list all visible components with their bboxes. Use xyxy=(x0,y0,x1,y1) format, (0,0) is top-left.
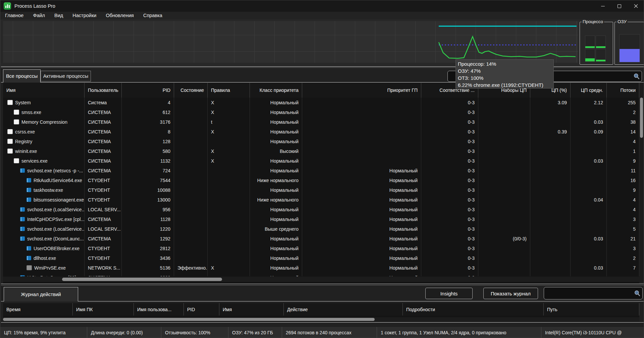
column-header-10[interactable]: ЦП средн. xyxy=(571,83,607,98)
cell: 3436 xyxy=(122,253,174,263)
cell xyxy=(478,195,530,205)
column-header-11[interactable]: Потоки xyxy=(607,83,639,98)
table-row[interactable]: svchost.exe (LocalService...LOCAL SERV..… xyxy=(3,205,639,214)
cell xyxy=(530,234,571,243)
tab-all-processes[interactable]: Все процессы xyxy=(3,69,41,82)
table-row[interactable]: RtkAudUService64.exeCTYDEHT7544Ниже норм… xyxy=(3,175,639,185)
cell xyxy=(174,146,208,156)
log-column-header-4[interactable]: Имя xyxy=(219,303,284,316)
menu-item-4[interactable]: Обновления xyxy=(101,12,139,19)
table-row[interactable]: svchost.exe (LocalService...LOCAL SERV..… xyxy=(3,224,639,234)
table-row[interactable]: IntelCpHDCPSvc.exe [cpl...СИСТЕМА1128Нор… xyxy=(3,214,639,224)
cell: Нормальный xyxy=(302,263,421,273)
log-search-input[interactable] xyxy=(546,288,632,298)
cell xyxy=(530,195,571,205)
process-icon-window xyxy=(7,129,13,134)
log-column-header-6[interactable]: Подробности xyxy=(403,303,544,316)
menu-item-0[interactable]: Главное xyxy=(0,12,28,19)
cell xyxy=(478,243,530,253)
search-icon[interactable] xyxy=(634,290,641,297)
column-header-1[interactable]: Пользователь xyxy=(85,83,122,98)
log-column-header-2[interactable]: Имя пользова... xyxy=(134,303,184,316)
h-scrollbar-thumb[interactable] xyxy=(62,278,222,281)
cell: СИСТЕМА xyxy=(85,117,122,127)
table-row[interactable]: RegistryСИСТЕМА128Нормальный0-34 xyxy=(3,136,639,146)
log-column-header-5[interactable]: Действие xyxy=(284,303,403,316)
column-header-0[interactable]: Имя xyxy=(3,83,85,98)
cell xyxy=(530,214,571,224)
process-name: Memory Compression xyxy=(21,119,67,125)
menu-item-1[interactable]: Файл xyxy=(28,12,50,19)
insights-button[interactable]: Insights xyxy=(425,288,473,299)
column-header-5[interactable]: Класс приоритета xyxy=(250,83,302,98)
cell xyxy=(302,136,421,146)
table-row[interactable]: UserOOBEBroker.exeCTYDEHT2812НормальныйН… xyxy=(3,243,639,253)
cell: 5 xyxy=(607,224,639,234)
cell: Нормальный xyxy=(250,136,302,146)
log-h-scrollbar[interactable] xyxy=(3,317,639,322)
cell: 0.39 xyxy=(530,127,571,136)
cell xyxy=(571,253,607,263)
cell: 10088 xyxy=(122,185,174,195)
cell xyxy=(571,224,607,234)
cell: Эффективно... xyxy=(174,263,208,273)
titlebar: Process Lasso Pro xyxy=(0,0,644,12)
column-header-3[interactable]: Состояние xyxy=(174,83,208,98)
tab-active-processes[interactable]: Активные процессы xyxy=(41,71,91,81)
log-h-scrollbar-thumb[interactable] xyxy=(3,318,375,321)
cell: LOCAL SERV... xyxy=(85,224,122,234)
h-scrollbar[interactable] xyxy=(3,277,639,282)
cell: СИСТЕМА xyxy=(85,127,122,136)
restore-button[interactable] xyxy=(611,0,628,12)
log-column-header-7[interactable]: Путь xyxy=(544,303,639,316)
table-row[interactable]: wininit.exeСИСТЕМА580XВысокий0-31 xyxy=(3,146,639,156)
core-meter-fill xyxy=(585,46,595,48)
cell: 0-3 xyxy=(421,136,478,146)
cell: СИСТЕМА xyxy=(85,156,122,166)
column-header-4[interactable]: Правила xyxy=(208,83,250,98)
cell: X xyxy=(208,263,250,273)
process-name: bitsumsessionagent.exe xyxy=(34,197,84,203)
cell: 6330 xyxy=(122,273,174,276)
menu-item-5[interactable]: Справка xyxy=(139,12,167,19)
table-row[interactable]: csrss.exeСИСТЕМА8XНормальный0-30.390.091… xyxy=(3,127,639,136)
process-name: svchost.exe (DcomLaunc... xyxy=(27,236,84,241)
cell: svchost.exe (LocalService... xyxy=(3,205,85,214)
log-tab[interactable]: Журнал действий xyxy=(4,287,78,301)
table-row[interactable]: smss.exeСИСТЕМА612XНормальный0-32 xyxy=(3,107,639,117)
cell: СИСТЕМА xyxy=(85,146,122,156)
table-row[interactable]: services.exeСИСТЕМА1132XНормальный0-30.0… xyxy=(3,156,639,166)
table-row[interactable]: SystemСистема4XНормальный0-33.092.12255 xyxy=(3,98,639,107)
process-name: svchost.exe (netsvcs -p -... xyxy=(27,168,83,173)
show-log-button[interactable]: Показать журнал xyxy=(483,288,538,299)
menu-item-2[interactable]: Вид xyxy=(50,12,68,19)
log-column-header-3[interactable]: PID xyxy=(184,303,219,316)
table-row[interactable]: WmiPrvSE.exeNETWORK S...5136Эффективно..… xyxy=(3,263,639,273)
v-scrollbar-thumb[interactable] xyxy=(640,98,643,138)
cell: RtkAudUService64.exe xyxy=(3,175,85,185)
process-icon-app xyxy=(26,198,31,202)
table-row[interactable]: bitsumsessionagent.exeCTYDEHT13000Ниже н… xyxy=(3,195,639,205)
table-row[interactable]: svchost.exe (netsvcs -p -...СИСТЕМА724Но… xyxy=(3,166,639,175)
table-row[interactable]: svchost.exe (DcomLaunc...СИСТЕМА1292Норм… xyxy=(3,234,639,243)
cell: Выше среднего xyxy=(250,224,302,234)
cell xyxy=(478,127,530,136)
column-header-2[interactable]: PID xyxy=(122,83,174,98)
table-row[interactable]: Memory CompressionСИСТЕМА3176tНормальный… xyxy=(3,117,639,127)
close-button[interactable] xyxy=(628,0,644,12)
table-row-partial[interactable]: IAStorDataSvc.exe [32]СИСТЕМА6330Нормаль… xyxy=(3,273,639,276)
cell xyxy=(478,214,530,224)
v-scrollbar[interactable] xyxy=(639,83,644,282)
table-row[interactable]: dllhost.exeCTYDEHT3436НормальныйНормальн… xyxy=(3,253,639,263)
menu-item-3[interactable]: Настройки xyxy=(68,12,101,19)
cell: 0-3 xyxy=(421,117,478,127)
cell: Нормальный xyxy=(250,263,302,273)
minimize-button[interactable] xyxy=(595,0,611,12)
column-header-6[interactable]: Приоритет ГП xyxy=(302,83,421,98)
log-column-header-0[interactable]: Время xyxy=(3,303,73,316)
process-lasso-window: Process Lasso Pro ГлавноеФайлВидНастройк… xyxy=(0,0,644,338)
process-name: IntelCpHDCPSvc.exe [cpl... xyxy=(27,217,85,222)
table-row[interactable]: taskhostw.exeCTYDEHT10088НормальныйНорма… xyxy=(3,185,639,195)
search-icon[interactable] xyxy=(633,73,640,80)
log-column-header-1[interactable]: Имя ПК xyxy=(73,303,134,316)
